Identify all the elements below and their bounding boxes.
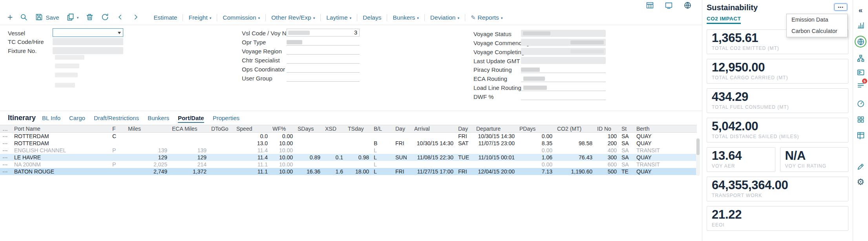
pdays-cell[interactable]: 7.13 [517,168,555,175]
miles-cell[interactable]: 129 [126,154,170,161]
idno-cell[interactable]: 300 [595,154,619,161]
column-header-berth[interactable]: Berth [634,125,697,133]
cast-icon[interactable] [664,1,673,9]
st-cell[interactable]: SA [619,147,634,154]
berth-cell[interactable]: TRANSIT [634,147,697,154]
day2-cell[interactable] [456,147,474,154]
departure-cell[interactable]: 11/10/15 00:01 [474,154,517,161]
tab-bunkers[interactable]: Bunkers [148,115,169,123]
miles-cell[interactable]: 2,749 [126,168,170,175]
row-menu-button[interactable]: ⋯ [0,140,12,147]
menu-commission[interactable]: Commission▾ [217,14,265,21]
tsday-cell[interactable] [345,161,371,168]
st-cell[interactable]: SA [619,140,634,147]
pdays-cell[interactable]: 0.00 [517,133,555,140]
column-header-eca-miles[interactable]: ECA Miles [170,125,209,133]
menu-item-emission-data[interactable]: Emission Data [787,14,847,26]
load-line-routing-field[interactable] [521,84,606,91]
grid-view-icon[interactable] [645,1,654,9]
menu-freight[interactable]: Freight▾ [183,14,217,21]
apps-grid-icon[interactable] [853,112,868,126]
tab-port-date[interactable]: Port/Date [178,115,204,123]
column-header-port-name[interactable]: Port Name [12,125,110,133]
port-name-cell[interactable]: NA 200NM [12,161,110,168]
bl-cell[interactable]: L [371,161,393,168]
berth-cell[interactable]: TRANSIT [634,161,697,168]
day2-cell[interactable]: FRI [456,168,474,175]
column-header-idno[interactable]: ID No [595,125,619,133]
row-menu-button[interactable]: ⋯ [0,154,12,161]
st-cell[interactable]: TE [619,168,634,175]
port-name-cell[interactable]: LE HAVRE [12,154,110,161]
st-cell[interactable]: SA [619,133,634,140]
search-button[interactable] [16,12,31,24]
wf-cell[interactable]: 10.00 [270,154,295,161]
dtogo-cell[interactable] [209,154,234,161]
collapse-panel-icon[interactable]: « [853,3,868,17]
day1-cell[interactable]: FRI [393,168,412,175]
xsd-cell[interactable]: 0.1 [323,154,345,161]
day1-cell[interactable] [393,147,412,154]
st-cell[interactable]: SA [619,161,634,168]
tab-bl-info[interactable]: BL Info [42,115,60,123]
vsl-code-voy-no-field[interactable]: 3 [287,29,360,37]
eca-miles-cell[interactable]: 139 [170,147,209,154]
pdays-cell[interactable]: 0.00 [517,161,555,168]
sdays-cell[interactable] [295,140,323,147]
tsday-cell[interactable] [345,140,371,147]
column-header-arrival[interactable]: Arrival [412,125,456,133]
pdays-cell[interactable]: 1.06 [517,154,555,161]
piracy-routing-field[interactable] [521,66,606,73]
column-header-pdays[interactable]: PDays [517,125,555,133]
bl-cell[interactable]: L [371,168,393,175]
xsd-cell[interactable] [323,133,345,140]
xsd-cell[interactable] [323,161,345,168]
miles-cell[interactable] [126,140,170,147]
xsd-cell[interactable]: 1.6 [323,168,345,175]
miles-cell[interactable]: 2,025 [126,161,170,168]
departure-cell[interactable]: 12/04/15 20:00 [474,168,517,175]
day2-cell[interactable]: SAT [456,140,474,147]
speed-cell[interactable]: 11.1 [234,168,270,175]
sustainability-globe-icon[interactable] [853,35,868,49]
refresh-button[interactable] [97,12,113,24]
departure-cell[interactable] [474,147,517,154]
f-cell[interactable] [110,168,126,175]
menu-item-carbon-calculator[interactable]: Carbon Calculator [787,26,847,37]
more-options-button[interactable]: ••• [834,4,847,11]
speed-cell[interactable]: 11.1 [234,161,270,168]
day1-cell[interactable] [393,133,412,140]
column-header-dtogo[interactable]: DToGo [209,125,234,133]
dtogo-cell[interactable] [209,140,234,147]
chtr-specialist-field[interactable] [287,56,360,64]
vessel-combobox[interactable] [53,28,123,37]
tsday-cell[interactable] [345,133,371,140]
arrival-cell[interactable]: 10/30/15 14:30 [412,140,456,147]
day2-cell[interactable]: TUE [456,154,474,161]
departure-cell[interactable] [474,161,517,168]
berth-cell[interactable]: QUAY [634,154,697,161]
f-cell[interactable]: P [110,161,126,168]
wf-cell[interactable]: 10.00 [270,168,295,175]
day1-cell[interactable] [393,161,412,168]
save-button[interactable]: Save [31,12,62,24]
day1-cell[interactable]: FRI [393,140,412,147]
dtogo-cell[interactable] [209,161,234,168]
f-cell[interactable] [110,154,126,161]
xsd-cell[interactable] [323,147,345,154]
arrival-cell[interactable]: 11/27/15 17:00 [412,168,456,175]
sdays-cell[interactable]: 0.89 [295,154,323,161]
idno-cell[interactable]: 500 [595,168,619,175]
departure-cell[interactable]: 11/07/15 23:00 [474,140,517,147]
eca-miles-cell[interactable] [170,133,209,140]
menu-reports[interactable]: ✎Reports▾ [465,14,508,21]
new-voyage-button[interactable]: + [4,12,16,24]
arrival-cell[interactable] [412,147,456,154]
pdays-cell[interactable]: 0.00 [517,147,555,154]
org-chart-icon[interactable] [853,51,868,65]
column-header-menu[interactable]: … [0,125,12,133]
column-header-departure[interactable]: Departure [474,125,517,133]
miles-cell[interactable] [126,133,170,140]
port-name-cell[interactable]: ROTTERDAM [12,140,110,147]
co2-cell[interactable]: 98.58 [555,140,595,147]
